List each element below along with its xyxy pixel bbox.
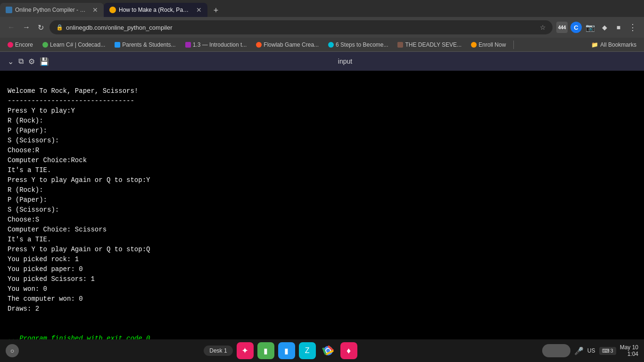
bookmark-favicon-encore [8, 42, 13, 48]
tab-close-python[interactable]: ✕ [92, 6, 98, 14]
bookmark-steps[interactable]: 6 Steps to Become... [324, 41, 392, 49]
taskbar-app-2[interactable]: ▮ [257, 342, 274, 359]
bookmark-favicon-intro [185, 42, 191, 48]
taskbar-system-label: US [587, 347, 595, 354]
taskbar-app-5[interactable]: ♦ [340, 342, 357, 359]
terminal-line-8: Computer Choice:Rock [8, 156, 87, 164]
terminal-expand-icon[interactable]: ⧉ [18, 57, 24, 66]
toolbar-icons: 444 C 📷 ◆ ■ ⋮ [556, 22, 638, 33]
taskbar-keyboard-icon[interactable]: ⌨ 3 [599, 347, 616, 355]
bookmark-label-enroll: Enroll Now [479, 41, 506, 48]
bookmark-label-codecad: Learn C# | Codecad... [50, 41, 105, 48]
os-button[interactable]: ○ [6, 344, 19, 357]
taskbar-app-3[interactable]: ▮ [278, 342, 295, 359]
tab-python[interactable]: Online Python Compiler - onlin... ✕ [0, 3, 104, 17]
bookmark-star-icon[interactable]: ☆ [540, 24, 546, 31]
bookmark-label-deadly: THE DEADLY SEVE... [405, 41, 462, 48]
terminal-header-label: input [54, 58, 636, 65]
content-area: ⌄ ⧉ ⚙ 💾 input Welcome To Rock, Paper, Sc… [0, 52, 644, 359]
bookmark-label-flowlab: Flowlab Game Crea... [264, 41, 319, 48]
bookmark-favicon-steps [328, 42, 334, 48]
terminal-line-15: Computer Choice: Scissors [8, 226, 107, 233]
tab-favicon-howto [109, 7, 116, 13]
bookmark-enroll[interactable]: Enroll Now [467, 41, 510, 49]
browser-chrome: Online Python Compiler - onlin... ✕ How … [0, 0, 644, 52]
bookmark-favicon-codecad [42, 42, 48, 48]
terminal-line-6: S (Scissors): [8, 137, 59, 144]
app-2-icon: ▮ [264, 346, 268, 355]
bookmark-deadly[interactable]: THE DEADLY SEVE... [394, 41, 465, 49]
bookmarks-bar: Encore Learn C# | Codecad... Parents & S… [0, 38, 644, 52]
terminal-line-17: Press Y to play Again or Q to stop:Q [8, 246, 150, 253]
os-icon: ○ [10, 347, 14, 354]
notification-count: 3 [611, 348, 613, 354]
taskbar-toggle[interactable] [542, 344, 570, 357]
terminal-line-20: You picked Scissors: 1 [8, 275, 95, 283]
bookmark-label-steps: 6 Steps to Become... [336, 41, 388, 48]
taskbar-chrome-icon[interactable] [320, 342, 337, 359]
refresh-button[interactable]: ↻ [36, 22, 46, 33]
extension-cam-icon[interactable]: 📷 [585, 22, 596, 33]
extension-puzzle-icon[interactable]: ■ [613, 22, 624, 33]
extension-444-icon[interactable]: 444 [556, 22, 568, 33]
app-3-icon: ▮ [284, 346, 289, 355]
terminal-line-16: It's a TIE. [8, 236, 51, 243]
extension-extra-icon[interactable]: ◆ [599, 22, 610, 33]
terminal-line-3: Press Y to play:Y [8, 107, 75, 115]
bookmark-favicon-parents [115, 42, 120, 48]
lock-icon: 🔒 [56, 24, 63, 31]
taskbar-right: 🎤 US ⌨ 3 May 10 1:04 [542, 344, 638, 357]
bookmark-flowlab[interactable]: Flowlab Game Crea... [252, 41, 322, 49]
bookmark-label-parents: Parents & Students... [122, 41, 175, 48]
tab-label-howto: How to Make a (Rock, Paper, S... [119, 7, 191, 13]
taskbar-app-1[interactable]: ✦ [237, 342, 254, 359]
more-options-icon[interactable]: ⋮ [627, 22, 638, 33]
terminal-line-1: Welcome To Rock, Paper, Scissors! [8, 87, 138, 95]
forward-button[interactable]: → [21, 22, 32, 33]
taskbar-apps: Desk 1 ✦ ▮ ▮ Z ♦ [19, 342, 542, 359]
app-4-icon: Z [305, 346, 310, 355]
bookmark-intro[interactable]: 1.3 — Introduction t... [182, 41, 251, 49]
bookmarks-separator [513, 41, 514, 49]
terminal-line-4: R (Rock): [8, 117, 43, 124]
terminal-line-19: You picked paper: 0 [8, 265, 83, 273]
taskbar-date: May 10 [620, 344, 638, 351]
bookmark-codecad[interactable]: Learn C# | Codecad... [39, 41, 109, 49]
terminal-collapse-icon[interactable]: ⌄ [8, 57, 14, 66]
bookmark-label-encore: Encore [15, 41, 33, 48]
terminal-output[interactable]: Welcome To Rock, Paper, Scissors! ------… [0, 71, 644, 359]
taskbar-time: 1:04 [627, 351, 638, 357]
bookmark-encore[interactable]: Encore [4, 41, 37, 49]
extension-c-icon[interactable]: C [570, 22, 582, 33]
terminal-history-icon[interactable]: 💾 [40, 57, 49, 66]
terminal-line-12: P (Paper): [8, 196, 47, 204]
all-bookmarks-label: All Bookmarks [600, 41, 636, 48]
bookmark-label-intro: 1.3 — Introduction t... [193, 41, 247, 48]
new-tab-button[interactable]: + [209, 4, 223, 17]
address-bar: ← → ↻ 🔒 onlinegdb.com/online_python_comp… [0, 17, 644, 38]
taskbar: ○ Desk 1 ✦ ▮ ▮ Z [0, 339, 644, 362]
tab-close-howto[interactable]: ✕ [196, 6, 202, 14]
app-1-icon: ✦ [241, 346, 248, 356]
terminal-line-7: Choose:R [8, 147, 39, 154]
terminal-line-18: You picked rock: 1 [8, 255, 79, 263]
taskbar-app-4[interactable]: Z [299, 342, 316, 359]
terminal-line-5: P (Paper): [8, 127, 47, 134]
bookmark-parents[interactable]: Parents & Students... [111, 41, 179, 49]
taskbar-desk-label: Desk 1 [209, 347, 227, 354]
url-bar[interactable]: 🔒 onlinegdb.com/online_python_compiler ☆ [50, 20, 553, 34]
bookmark-favicon-enroll [471, 42, 477, 48]
terminal-settings-icon[interactable]: ⚙ [28, 57, 35, 66]
all-bookmarks-button[interactable]: 📁 All Bookmarks [587, 41, 640, 49]
keyboard-icon: ⌨ [602, 348, 610, 354]
terminal-line-11: R (Rock): [8, 186, 43, 194]
terminal-line-13: S (Scissors): [8, 206, 59, 214]
bookmark-favicon-deadly [397, 42, 403, 48]
all-bookmarks-icon: 📁 [591, 41, 598, 48]
taskbar-mic-icon[interactable]: 🎤 [574, 346, 584, 355]
terminal-line-21: You won: 0 [8, 285, 47, 293]
taskbar-desk-button[interactable]: Desk 1 [204, 346, 232, 356]
tab-howto[interactable]: How to Make a (Rock, Paper, S... ✕ [104, 3, 207, 17]
back-button[interactable]: ← [6, 22, 17, 33]
terminal-line-9: It's a TIE. [8, 166, 51, 174]
